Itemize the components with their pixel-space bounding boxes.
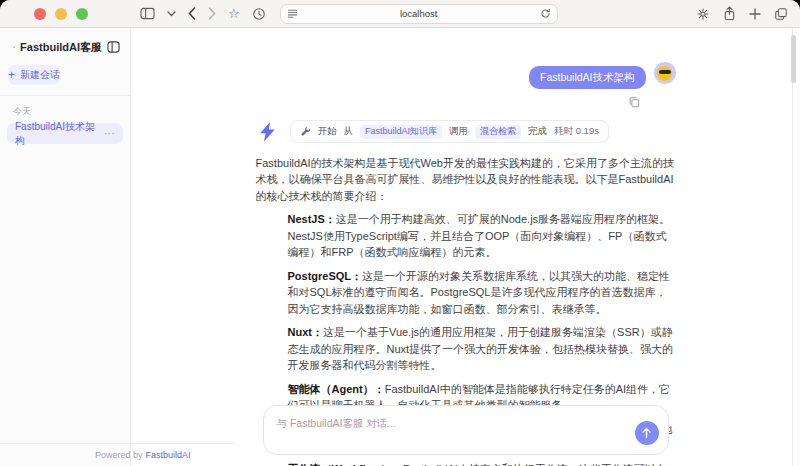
status-from-label: 从 [344,125,354,138]
tech-desc: 这是一个基于Vue.js的通用应用框架，用于创建服务端渲染（SSR）或静态生成的… [288,326,674,371]
sidebar-section-today: 今天 [0,96,130,122]
share-icon[interactable] [723,6,736,21]
assistant-message-header: 开始 从 FastbuildAI知识库 调用 混合检索 完成 耗时 0.19s [256,120,676,144]
retrieval-method-badge: 混合检索 [475,125,521,139]
tech-term: 智能体（Agent）： [288,383,385,395]
sidebar-header: FastbuildAI客服 [0,28,130,64]
scrollbar-track [792,28,793,466]
browser-toolbar: ☆ localhost [0,0,800,28]
history-clock-icon[interactable] [252,7,266,21]
window-controls [34,8,88,20]
zoom-window-button[interactable] [76,8,88,20]
status-start-label: 开始 [318,125,337,138]
chat-main: FastbuildAI技术架构 [131,28,800,466]
tech-term: NestJS： [288,213,336,225]
browser-sidebar-toggle-icon[interactable] [140,7,155,20]
reader-page-icon[interactable] [287,8,298,19]
user-message-bubble: FastbuildAI技术架构 [529,66,646,89]
tech-item: 工作流（Workflow）：FastbuildAI支持定义和执行工作流，这些工作… [288,461,676,466]
chevron-down-icon[interactable] [167,11,176,17]
new-chat-button[interactable]: + 新建会话 [8,65,60,85]
scrollbar-thumb[interactable] [791,35,796,83]
user-message-row: FastbuildAI技术架构 [256,62,676,89]
assistant-avatar-bolt-icon [256,120,280,144]
browser-window: ☆ localhost [0,0,800,466]
avatar-face [657,66,672,81]
tech-item: NestJS：这是一个用于构建高效、可扩展的Node.js服务器端应用程序的框架… [288,211,676,261]
chat-thread: FastbuildAI技术架构 [256,28,676,466]
arrow-up-icon [641,427,652,439]
plus-icon: + [8,69,15,81]
close-window-button[interactable] [34,8,46,20]
bookmark-star-icon[interactable]: ☆ [228,7,240,20]
new-tab-plus-icon[interactable] [749,8,761,20]
app-title: FastbuildAI客服 [20,40,102,55]
tech-term: PostgreSQL： [288,270,363,282]
status-done-label: 完成 [528,125,547,138]
sidebar-conversation-item[interactable]: FastbuildAI技术架构 ⋯ [7,123,123,144]
url-text[interactable]: localhost [298,8,540,19]
tool-call-status-pill[interactable]: 开始 从 FastbuildAI知识库 调用 混合检索 完成 耗时 0.19s [290,120,609,143]
tech-desc: 这是一个用于构建高效、可扩展的Node.js服务器端应用程序的框架。NestJS… [288,213,671,258]
address-bar[interactable]: localhost [280,4,558,24]
extensions-gear-icon[interactable] [696,7,710,21]
tech-item: Nuxt：这是一个基于Vue.js的通用应用框架，用于创建服务端渲染（SSR）或… [288,324,676,374]
new-chat-label: 新建会话 [20,68,60,82]
answer-intro: FastbuildAI的技术架构是基于现代Web开发的最佳实践构建的，它采用了多… [256,155,676,205]
back-button-icon[interactable] [188,7,196,20]
app-root: FastbuildAI客服 + 新建会话 今天 FastbuildAI技术架构 … [0,28,800,466]
sidebar: FastbuildAI客服 + 新建会话 今天 FastbuildAI技术架构 … [0,28,131,466]
app-logo-bolt-icon [13,39,15,55]
message-actions-row [256,96,676,108]
copy-icon[interactable] [628,96,640,108]
powered-by-label: Powered by [95,450,143,460]
send-button[interactable] [635,421,659,445]
wrench-icon [300,126,311,137]
tab-overview-icon[interactable] [774,7,788,21]
status-call-label: 调用 [449,125,468,138]
conversation-more-icon[interactable]: ⋯ [104,128,116,139]
sidebar-collapse-icon[interactable] [107,41,120,53]
tech-term: Nuxt： [288,326,323,338]
chat-input[interactable] [264,406,668,454]
status-elapsed-label: 耗时 0.19s [554,125,599,138]
tech-item: PostgreSQL：这是一个开源的对象关系数据库系统，以其强大的功能、稳定性和… [288,268,676,318]
powered-by-footer: Powered by FastbuildAI [0,443,236,466]
knowledge-base-badge: FastbuildAI知识库 [360,125,442,139]
conversation-title: FastbuildAI技术架构 [15,120,104,148]
reload-icon[interactable] [540,8,551,19]
chat-input-container [263,405,669,455]
forward-button-icon[interactable] [208,7,216,20]
user-avatar [654,62,676,84]
powered-by-brand-link[interactable]: FastbuildAI [146,450,191,460]
minimize-window-button[interactable] [55,8,67,20]
tech-term: 工作流（Workflow）： [288,463,403,466]
